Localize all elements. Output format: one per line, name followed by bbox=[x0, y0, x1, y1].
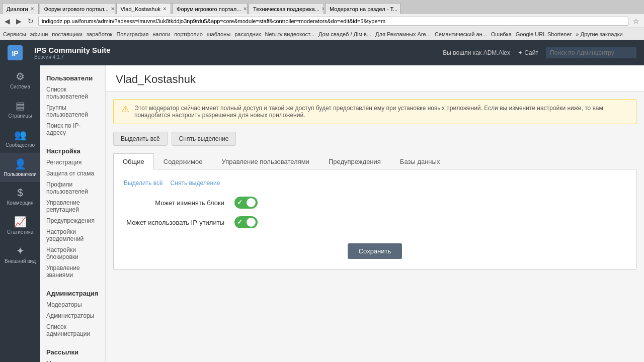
field-label-blocks: Может изменять блоки bbox=[124, 199, 234, 207]
tab-close-icon[interactable]: ✕ bbox=[163, 6, 167, 12]
logo-area: IPS Community Suite Версия 4.1.7 bbox=[34, 46, 111, 60]
leftnav-item-ip-search[interactable]: Поиск по IP-адресу bbox=[40, 120, 105, 138]
tab-user-management[interactable]: Управление пользователями bbox=[212, 153, 318, 169]
address-bar: ◀ ▶ ↻ ☆ bbox=[0, 14, 644, 28]
address-input[interactable] bbox=[38, 17, 628, 26]
leftnav-item-ranks[interactable]: Управление званиями bbox=[40, 262, 105, 281]
leftnav-item-blocking[interactable]: Настройки блокировки bbox=[40, 244, 105, 262]
content-wrapper: Пользователи Список пользователей Группы… bbox=[40, 65, 644, 362]
tab-dialogi[interactable]: Диалоги ✕ bbox=[2, 3, 39, 14]
form-row-blocks: Может изменять блоки ✓ bbox=[124, 197, 626, 209]
tab-close-icon[interactable]: ✕ bbox=[30, 6, 34, 12]
appearance-icon: ✦ bbox=[16, 245, 25, 257]
leftnav-header-mailing: Рассылки bbox=[40, 344, 105, 358]
bookmark-poligrafia[interactable]: Полиграфия bbox=[116, 31, 148, 37]
page-title: Vlad_Kostashuk bbox=[116, 73, 634, 86]
bookmark-rashod[interactable]: расходник bbox=[234, 31, 261, 37]
leftnav-item-registration[interactable]: Регистрация bbox=[40, 157, 105, 168]
tab-databases[interactable]: Базы данных bbox=[390, 153, 450, 169]
tab-vlad[interactable]: Vlad_Kostashuk ✕ bbox=[116, 3, 172, 14]
tab-warnings[interactable]: Предупреждения bbox=[319, 153, 390, 169]
tab-forum1[interactable]: Форум игрового портал... ✕ bbox=[40, 3, 115, 14]
sidebar-item-system[interactable]: ⚙ Система bbox=[0, 65, 40, 95]
tab-select-all-link[interactable]: Выделить всё bbox=[124, 179, 163, 187]
save-button[interactable]: Сохранить bbox=[348, 243, 403, 259]
leftnav-item-notifications[interactable]: Настройки уведомлений bbox=[40, 226, 105, 244]
leftnav-item-groups[interactable]: Группы пользователей bbox=[40, 102, 105, 120]
bookmark-shablony[interactable]: шаблоны bbox=[207, 31, 230, 37]
checkmark-icon: ✓ bbox=[237, 199, 243, 206]
top-nav: IP IPS Community Suite Версия 4.1.7 Вы в… bbox=[0, 40, 644, 65]
admin-search-input[interactable] bbox=[546, 47, 636, 58]
tab-close-icon[interactable]: ✕ bbox=[111, 6, 115, 12]
toggle-slider-blocks: ✓ bbox=[234, 197, 258, 209]
sidebar-item-appearance[interactable]: ✦ Внешний вид bbox=[0, 240, 40, 269]
tab-support[interactable]: Техническая поддержка... ✕ bbox=[249, 3, 324, 14]
tab-close-icon[interactable]: ✕ bbox=[321, 6, 324, 12]
tab-content[interactable]: Содержимое bbox=[154, 153, 212, 169]
sidebar-item-label: Пользователи bbox=[4, 171, 36, 177]
svg-text:IP: IP bbox=[12, 49, 18, 57]
bookmark-dom[interactable]: Дом свадеб / Дім в... bbox=[318, 31, 371, 37]
bookmark-nalogi[interactable]: налоги bbox=[152, 31, 170, 37]
stats-icon: 📈 bbox=[14, 216, 27, 228]
leftnav-section-admin: Администрация Модераторы Администраторы … bbox=[40, 286, 105, 339]
bookmark-zarabotok[interactable]: заработок bbox=[87, 31, 112, 37]
tab-forum2[interactable]: Форум игрового портал... ✕ bbox=[172, 3, 248, 14]
leftnav-item-profiles[interactable]: Профили пользователей bbox=[40, 179, 105, 197]
site-link[interactable]: ✦ Сайт bbox=[518, 49, 538, 56]
sidebar-item-users[interactable]: 👤 Пользователи bbox=[0, 153, 40, 182]
sidebar-item-commerce[interactable]: $ Коммерция bbox=[0, 182, 40, 211]
bookmark-netu[interactable]: Netu.tv видеохост... bbox=[265, 31, 314, 37]
back-button[interactable]: ◀ bbox=[3, 17, 12, 25]
leftnav-item-antispam[interactable]: Защита от спама bbox=[40, 168, 105, 179]
leftnav-section-settings: Настройка Регистрация Защита от спама Пр… bbox=[40, 143, 105, 281]
bookmark-semantic[interactable]: Семантический ан... bbox=[435, 31, 487, 37]
bookmark-more[interactable]: » Другие закладки bbox=[576, 31, 622, 37]
bookmark-portfolio[interactable]: портфолио bbox=[174, 31, 203, 37]
page-header: Vlad_Kostashuk bbox=[106, 65, 644, 92]
reload-button[interactable]: ↻ bbox=[26, 17, 35, 25]
leftnav-item-admins[interactable]: Администраторы bbox=[40, 310, 105, 321]
sidebar-item-stats[interactable]: 📈 Статистика bbox=[0, 211, 40, 240]
select-all-button[interactable]: Выделить всё bbox=[113, 132, 168, 146]
bookmark-icon[interactable]: ☆ bbox=[631, 17, 641, 25]
sidebar-item-pages[interactable]: ▤ Страницы bbox=[0, 95, 40, 124]
sidebar-item-label: Система bbox=[10, 84, 30, 89]
app-title: IPS Community Suite bbox=[34, 46, 111, 54]
warning-icon: ⚠ bbox=[121, 104, 129, 115]
content-body: ⚠ Этот модератор сейчас имеет полный дос… bbox=[106, 92, 644, 277]
bookmark-reklam[interactable]: Для Рекламных Аге... bbox=[375, 31, 431, 37]
toggle-blocks[interactable]: ✓ bbox=[234, 197, 258, 209]
tab-moderator[interactable]: Модератор на раздел - Т... ✕ bbox=[325, 3, 400, 14]
tab-close-icon[interactable]: ✕ bbox=[243, 6, 247, 12]
bookmark-services[interactable]: Сервисы bbox=[3, 31, 26, 37]
tab-deselect-link[interactable]: Снять выделение bbox=[171, 179, 220, 187]
toggle-ip[interactable]: ✓ bbox=[234, 216, 258, 228]
leftnav-item-mass-mail[interactable]: Массовая рассылка bbox=[40, 358, 105, 362]
leftnav-item-reputation[interactable]: Управление репутацией bbox=[40, 197, 105, 215]
app-logo-icon: IP bbox=[8, 45, 23, 60]
toggle-slider-ip: ✓ bbox=[234, 216, 258, 228]
leftnav-item-warnings[interactable]: Предупреждения bbox=[40, 215, 105, 226]
tab-close-icon[interactable]: ✕ bbox=[399, 6, 400, 12]
leftnav-item-user-list[interactable]: Список пользователей bbox=[40, 84, 105, 102]
bookmark-postavshiki[interactable]: поставщики bbox=[52, 31, 83, 37]
leftnav-item-moderators[interactable]: Модераторы bbox=[40, 299, 105, 310]
sidebar-item-community[interactable]: 👥 Сообщество bbox=[0, 124, 40, 153]
bookmark-efishi[interactable]: эфиши bbox=[30, 31, 48, 37]
leftnav-item-admin-list[interactable]: Список администрации bbox=[40, 321, 105, 339]
sidebar: ⚙ Система ▤ Страницы 👥 Сообщество 👤 Поль… bbox=[0, 65, 40, 362]
bookmark-google-url[interactable]: Google URL Shortener bbox=[516, 31, 572, 37]
bookmark-oshibka[interactable]: Ошибка bbox=[491, 31, 512, 37]
action-bar: Выделить всё Снять выделение bbox=[113, 132, 636, 146]
forward-button[interactable]: ▶ bbox=[15, 17, 23, 25]
app-wrapper: ⚙ Система ▤ Страницы 👥 Сообщество 👤 Поль… bbox=[0, 65, 644, 362]
save-area: Сохранить bbox=[124, 243, 626, 259]
sidebar-item-label: Коммерция bbox=[7, 200, 34, 206]
tab-general[interactable]: Общие bbox=[113, 153, 154, 169]
sidebar-item-label: Статистика bbox=[7, 229, 34, 235]
tab-bar: Диалоги ✕ Форум игрового портал... ✕ Vla… bbox=[0, 0, 644, 14]
users-icon: 👤 bbox=[14, 158, 27, 170]
deselect-button[interactable]: Снять выделение bbox=[172, 132, 236, 146]
